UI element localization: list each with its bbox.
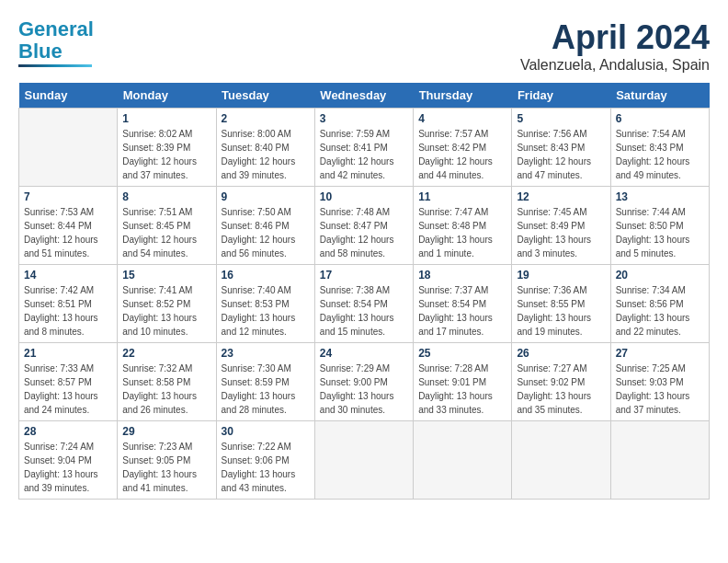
calendar-cell: 12Sunrise: 7:45 AMSunset: 8:49 PMDayligh… <box>512 187 610 265</box>
day-info: Sunrise: 8:00 AMSunset: 8:40 PMDaylight:… <box>222 127 310 182</box>
calendar-cell <box>19 109 118 187</box>
calendar-cell: 2Sunrise: 8:00 AMSunset: 8:40 PMDaylight… <box>216 109 314 187</box>
calendar-cell: 22Sunrise: 7:32 AMSunset: 8:58 PMDayligh… <box>118 343 216 421</box>
calendar-cell: 9Sunrise: 7:50 AMSunset: 8:46 PMDaylight… <box>216 187 314 265</box>
calendar-cell: 10Sunrise: 7:48 AMSunset: 8:47 PMDayligh… <box>314 187 413 265</box>
day-info: Sunrise: 7:32 AMSunset: 8:58 PMDaylight:… <box>122 362 210 417</box>
calendar-cell: 14Sunrise: 7:42 AMSunset: 8:51 PMDayligh… <box>19 265 118 343</box>
calendar-cell: 17Sunrise: 7:38 AMSunset: 8:54 PMDayligh… <box>314 265 413 343</box>
calendar-cell: 4Sunrise: 7:57 AMSunset: 8:42 PMDaylight… <box>414 109 512 187</box>
day-number: 3 <box>320 112 408 125</box>
day-info: Sunrise: 7:23 AMSunset: 9:05 PMDaylight:… <box>122 440 210 495</box>
day-info: Sunrise: 7:54 AMSunset: 8:43 PMDaylight:… <box>616 127 704 182</box>
day-number: 6 <box>616 112 704 125</box>
calendar-cell: 13Sunrise: 7:44 AMSunset: 8:50 PMDayligh… <box>610 187 709 265</box>
week-row-3: 14Sunrise: 7:42 AMSunset: 8:51 PMDayligh… <box>19 265 710 343</box>
day-info: Sunrise: 8:02 AMSunset: 8:39 PMDaylight:… <box>122 127 210 182</box>
title-block: April 2024 Valenzuela, Andalusia, Spain <box>520 18 710 74</box>
day-info: Sunrise: 7:53 AMSunset: 8:44 PMDaylight:… <box>24 205 112 260</box>
logo: General Blue <box>18 18 94 67</box>
day-number: 17 <box>320 269 408 282</box>
calendar-cell: 16Sunrise: 7:40 AMSunset: 8:53 PMDayligh… <box>216 265 314 343</box>
day-number: 12 <box>517 190 605 203</box>
week-row-2: 7Sunrise: 7:53 AMSunset: 8:44 PMDaylight… <box>19 187 710 265</box>
location-title: Valenzuela, Andalusia, Spain <box>520 57 710 74</box>
day-number: 19 <box>517 269 605 282</box>
day-number: 28 <box>24 425 112 438</box>
day-number: 24 <box>320 347 408 360</box>
day-info: Sunrise: 7:33 AMSunset: 8:57 PMDaylight:… <box>24 362 112 417</box>
day-info: Sunrise: 7:44 AMSunset: 8:50 PMDaylight:… <box>616 205 704 260</box>
col-header-monday: Monday <box>118 83 216 109</box>
day-number: 15 <box>122 269 210 282</box>
col-header-thursday: Thursday <box>414 83 512 109</box>
calendar-cell: 25Sunrise: 7:28 AMSunset: 9:01 PMDayligh… <box>414 343 512 421</box>
day-number: 29 <box>122 425 210 438</box>
day-info: Sunrise: 7:30 AMSunset: 8:59 PMDaylight:… <box>222 362 310 417</box>
logo-decoration <box>18 64 92 67</box>
calendar-cell <box>512 421 610 500</box>
day-info: Sunrise: 7:22 AMSunset: 9:06 PMDaylight:… <box>222 440 310 495</box>
calendar-cell: 29Sunrise: 7:23 AMSunset: 9:05 PMDayligh… <box>118 421 216 500</box>
logo-general: General <box>18 17 94 40</box>
col-header-wednesday: Wednesday <box>314 83 413 109</box>
day-info: Sunrise: 7:47 AMSunset: 8:48 PMDaylight:… <box>418 205 506 260</box>
calendar-table: SundayMondayTuesdayWednesdayThursdayFrid… <box>18 83 710 500</box>
calendar-cell: 6Sunrise: 7:54 AMSunset: 8:43 PMDaylight… <box>610 109 709 187</box>
month-title: April 2024 <box>520 18 710 57</box>
day-info: Sunrise: 7:56 AMSunset: 8:43 PMDaylight:… <box>517 127 605 182</box>
day-number: 20 <box>616 269 704 282</box>
calendar-cell <box>610 421 709 500</box>
week-row-1: 1Sunrise: 8:02 AMSunset: 8:39 PMDaylight… <box>19 109 710 187</box>
day-number: 30 <box>222 425 310 438</box>
day-number: 10 <box>320 190 408 203</box>
week-row-5: 28Sunrise: 7:24 AMSunset: 9:04 PMDayligh… <box>19 421 710 500</box>
calendar-cell: 3Sunrise: 7:59 AMSunset: 8:41 PMDaylight… <box>314 109 413 187</box>
calendar-cell: 8Sunrise: 7:51 AMSunset: 8:45 PMDaylight… <box>118 187 216 265</box>
day-info: Sunrise: 7:45 AMSunset: 8:49 PMDaylight:… <box>517 205 605 260</box>
calendar-cell: 18Sunrise: 7:37 AMSunset: 8:54 PMDayligh… <box>414 265 512 343</box>
day-info: Sunrise: 7:59 AMSunset: 8:41 PMDaylight:… <box>320 127 408 182</box>
day-number: 2 <box>222 112 310 125</box>
page-header: General Blue April 2024 Valenzuela, Anda… <box>18 18 710 74</box>
calendar-cell: 20Sunrise: 7:34 AMSunset: 8:56 PMDayligh… <box>610 265 709 343</box>
day-info: Sunrise: 7:50 AMSunset: 8:46 PMDaylight:… <box>222 205 310 260</box>
day-number: 1 <box>122 112 210 125</box>
calendar-cell: 11Sunrise: 7:47 AMSunset: 8:48 PMDayligh… <box>414 187 512 265</box>
day-number: 18 <box>418 269 506 282</box>
day-number: 23 <box>222 347 310 360</box>
week-row-4: 21Sunrise: 7:33 AMSunset: 8:57 PMDayligh… <box>19 343 710 421</box>
day-number: 25 <box>418 347 506 360</box>
day-number: 14 <box>24 269 112 282</box>
calendar-cell: 24Sunrise: 7:29 AMSunset: 9:00 PMDayligh… <box>314 343 413 421</box>
col-header-sunday: Sunday <box>19 83 118 109</box>
day-info: Sunrise: 7:34 AMSunset: 8:56 PMDaylight:… <box>616 283 704 339</box>
day-number: 21 <box>24 347 112 360</box>
day-info: Sunrise: 7:57 AMSunset: 8:42 PMDaylight:… <box>418 127 506 182</box>
day-info: Sunrise: 7:37 AMSunset: 8:54 PMDaylight:… <box>418 283 506 339</box>
calendar-cell: 19Sunrise: 7:36 AMSunset: 8:55 PMDayligh… <box>512 265 610 343</box>
day-number: 22 <box>122 347 210 360</box>
col-header-friday: Friday <box>512 83 610 109</box>
day-info: Sunrise: 7:28 AMSunset: 9:01 PMDaylight:… <box>418 362 506 417</box>
logo-text: General Blue <box>18 18 94 63</box>
day-number: 27 <box>616 347 704 360</box>
day-info: Sunrise: 7:51 AMSunset: 8:45 PMDaylight:… <box>122 205 210 260</box>
day-info: Sunrise: 7:29 AMSunset: 9:00 PMDaylight:… <box>320 362 408 417</box>
day-info: Sunrise: 7:36 AMSunset: 8:55 PMDaylight:… <box>517 283 605 339</box>
header-row: SundayMondayTuesdayWednesdayThursdayFrid… <box>19 83 710 109</box>
col-header-tuesday: Tuesday <box>216 83 314 109</box>
calendar-cell: 28Sunrise: 7:24 AMSunset: 9:04 PMDayligh… <box>19 421 118 500</box>
day-info: Sunrise: 7:40 AMSunset: 8:53 PMDaylight:… <box>222 283 310 339</box>
calendar-cell: 1Sunrise: 8:02 AMSunset: 8:39 PMDaylight… <box>118 109 216 187</box>
day-number: 13 <box>616 190 704 203</box>
day-info: Sunrise: 7:27 AMSunset: 9:02 PMDaylight:… <box>517 362 605 417</box>
calendar-cell: 27Sunrise: 7:25 AMSunset: 9:03 PMDayligh… <box>610 343 709 421</box>
day-number: 7 <box>24 190 112 203</box>
day-info: Sunrise: 7:25 AMSunset: 9:03 PMDaylight:… <box>616 362 704 417</box>
day-number: 8 <box>122 190 210 203</box>
day-info: Sunrise: 7:24 AMSunset: 9:04 PMDaylight:… <box>24 440 112 495</box>
calendar-cell: 7Sunrise: 7:53 AMSunset: 8:44 PMDaylight… <box>19 187 118 265</box>
day-number: 4 <box>418 112 506 125</box>
day-info: Sunrise: 7:38 AMSunset: 8:54 PMDaylight:… <box>320 283 408 339</box>
